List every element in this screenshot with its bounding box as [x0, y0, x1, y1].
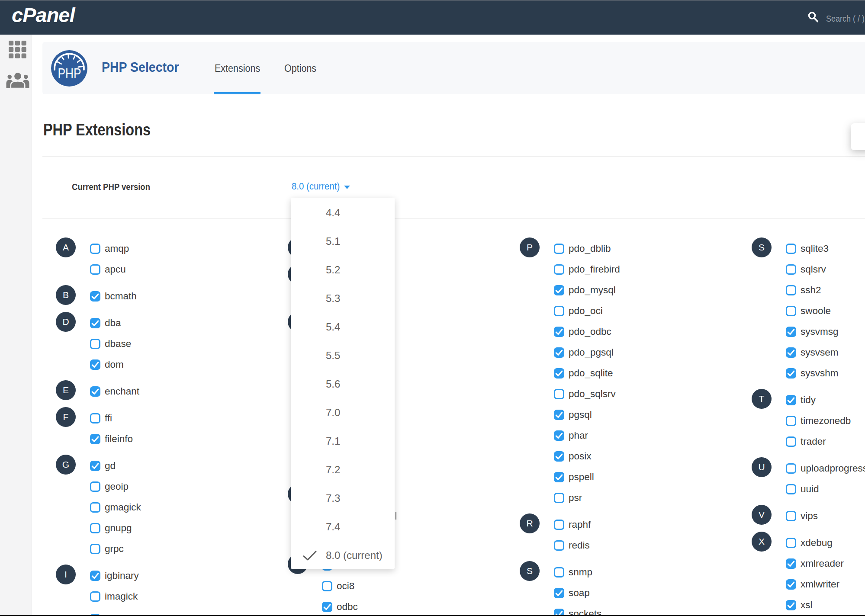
svg-text:PHP: PHP	[58, 65, 81, 81]
